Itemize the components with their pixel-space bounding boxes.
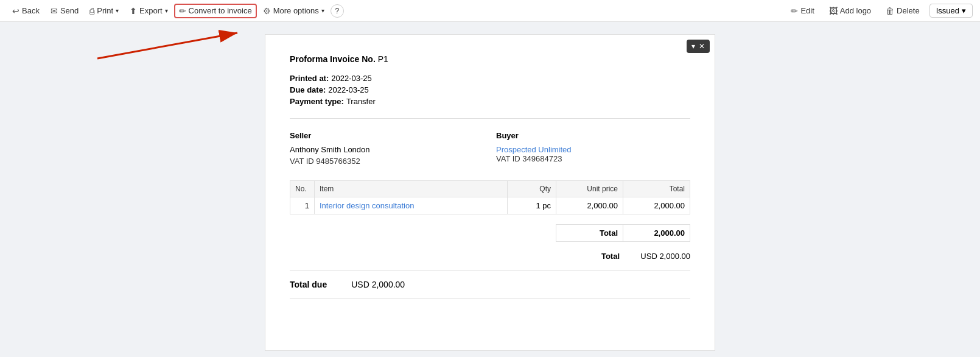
svg-line-1 [97,33,237,58]
edit-button[interactable]: ✏ Edit [786,4,819,18]
row-unit-price: 2,000.00 [556,197,623,214]
status-chevron: ▾ [962,6,966,15]
buyer-title: Buyer [496,131,690,140]
parties-section: Seller Anthony Smith London VAT ID 94857… [290,131,690,166]
col-no-header: No. [290,181,315,197]
export-icon: ⬆ [130,6,137,16]
col-item-header: Item [315,181,508,197]
subtotal-value: 2,000.00 [623,225,690,242]
table-header-row: No. Item Qty Unit price Total [290,181,690,197]
invoice-number-value: P1 [378,54,388,64]
arrow-annotation [61,28,256,62]
total-value: USD 2,000.00 [629,252,690,261]
toolbar: ↩ Back ✉ Send ⎙ Print ▾ ⬆ Export ▾ ✏ Con… [0,0,980,22]
printed-at-value: 2022-03-25 [331,74,372,83]
edit-label: Edit [800,6,814,15]
total-due-section: Total due USD 2,000.00 [290,270,690,299]
add-logo-label: Add logo [840,6,871,15]
subtotal-row: Total 2,000.00 [290,225,690,242]
total-due-value: USD 2,000.00 [351,280,405,289]
back-label: Back [22,6,40,15]
subtotal-label: Total [556,225,623,242]
invoice-meta: Printed at: 2022-03-25 Due date: 2022-03… [290,74,690,106]
send-button[interactable]: ✉ Send [46,4,83,18]
payment-type-value: Transfer [346,97,376,106]
invoice-header: Proforma Invoice No. P1 Printed at: 2022… [290,54,690,106]
back-icon: ↩ [12,6,19,16]
invoice-document: ▾ ✕ Proforma Invoice No. P1 Printed at: … [265,34,715,351]
total-label: Total [601,252,620,261]
divider-1 [290,118,690,119]
export-label: Export [139,6,163,15]
gear-icon: ⚙ [263,6,271,16]
col-total-header: Total [623,181,690,197]
print-button[interactable]: ⎙ Print ▾ [85,4,124,18]
status-label: Issued [936,6,959,15]
row-qty: 1 pc [508,197,556,214]
seller-vat: VAT ID 9485766352 [290,157,484,166]
row-no: 1 [290,197,315,214]
print-icon: ⎙ [89,6,94,16]
toolbar-right: ✏ Edit 🖼 Add logo 🗑 Delete Issued ▾ [786,4,973,18]
dropdown-chevron: ▾ [691,42,695,51]
item-link[interactable]: Interior design consultation [320,201,414,210]
payment-type-row: Payment type: Transfer [290,97,690,106]
buyer-vat: VAT ID 349684723 [496,154,690,163]
seller-section: Seller Anthony Smith London VAT ID 94857… [290,131,484,166]
col-qty-header: Qty [508,181,556,197]
more-options-chevron: ▾ [321,7,324,14]
toolbar-left: ↩ Back ✉ Send ⎙ Print ▾ ⬆ Export ▾ ✏ Con… [7,4,783,18]
printed-at-label: Printed at: [290,74,329,83]
seller-name: Anthony Smith London [290,145,484,154]
print-label: Print [97,6,113,15]
total-section: Total USD 2,000.00 [290,252,690,261]
help-button[interactable]: ? [331,4,344,18]
delete-label: Delete [897,6,920,15]
invoice-number-label: Proforma Invoice No. [290,54,376,64]
buyer-section: Buyer Prospected Unlimited VAT ID 349684… [496,131,690,166]
total-row: Total USD 2,000.00 [290,252,690,261]
payment-type-label: Payment type: [290,97,344,106]
send-icon: ✉ [51,6,58,16]
trash-icon: 🗑 [886,6,894,16]
export-chevron: ▾ [165,7,168,14]
status-dropdown[interactable]: Issued ▾ [929,4,973,18]
row-item: Interior design consultation [315,197,508,214]
dropdown-panel[interactable]: ▾ ✕ [687,40,710,53]
row-total: 2,000.00 [623,197,690,214]
due-date-row: Due date: 2022-03-25 [290,85,690,94]
more-options-button[interactable]: ⚙ More options ▾ [258,4,329,18]
back-button[interactable]: ↩ Back [7,4,44,18]
items-table: No. Item Qty Unit price Total 1 Interior… [290,180,690,214]
invoice-number: Proforma Invoice No. P1 [290,54,690,64]
edit-icon: ✏ [791,6,798,16]
seller-title: Seller [290,131,484,140]
more-options-label: More options [273,6,319,15]
convert-label: Convert to invoice [189,6,252,15]
image-icon: 🖼 [829,6,838,16]
convert-icon: ✏ [179,6,186,16]
col-unit-price-header: Unit price [556,181,623,197]
table-row: 1 Interior design consultation 1 pc 2,00… [290,197,690,214]
help-label: ? [335,7,339,15]
due-date-label: Due date: [290,85,326,94]
add-logo-button[interactable]: 🖼 Add logo [824,4,876,18]
print-chevron: ▾ [116,7,119,14]
convert-to-invoice-button[interactable]: ✏ Convert to invoice [174,4,257,18]
close-icon: ✕ [699,42,705,51]
send-label: Send [60,6,79,15]
total-due-label: Total due [290,280,327,289]
printed-at-row: Printed at: 2022-03-25 [290,74,690,83]
export-button[interactable]: ⬆ Export ▾ [125,4,173,18]
main-area: ▾ ✕ Proforma Invoice No. P1 Printed at: … [0,22,980,357]
buyer-name-link[interactable]: Prospected Unlimited [496,145,572,154]
due-date-value: 2022-03-25 [328,85,369,94]
delete-button[interactable]: 🗑 Delete [881,4,925,18]
subtotal-table: Total 2,000.00 [290,224,690,242]
